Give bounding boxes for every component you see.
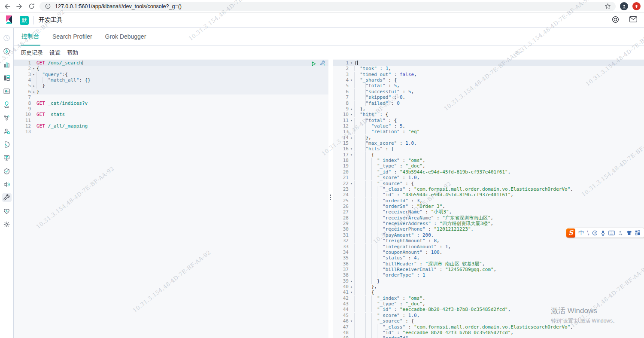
refresh-icon[interactable] bbox=[27, 3, 35, 10]
fold-gutter bbox=[349, 66, 354, 71]
code-line: 22▾ "_source" : { bbox=[333, 181, 644, 186]
tab-grok-debugger[interactable]: Grok Debugger bbox=[104, 28, 147, 46]
response-viewer[interactable]: 1▾{2 "took" : 1,3 "timed_out" : false,4▾… bbox=[333, 59, 644, 338]
machine-learning-icon[interactable] bbox=[2, 113, 12, 122]
fold-toggle-icon[interactable]: ▾ bbox=[349, 181, 354, 186]
uptime-icon[interactable] bbox=[2, 167, 12, 175]
toolbox-grid-icon[interactable] bbox=[635, 230, 640, 235]
line-number: 31 bbox=[333, 232, 349, 238]
code-line: 12GET /_all/_mapping bbox=[14, 123, 328, 129]
request-editor[interactable]: 1GET /oms/_search2▾{3▾ "query":{4 "match… bbox=[14, 59, 328, 338]
forward-icon[interactable] bbox=[15, 3, 23, 10]
soft-keyboard-icon[interactable] bbox=[608, 231, 615, 235]
maps-icon[interactable] bbox=[2, 100, 12, 109]
code-line: 16▾ "hits" : [ bbox=[333, 146, 644, 152]
send-request-icon[interactable] bbox=[311, 61, 316, 68]
resizer-grip-icon[interactable] bbox=[330, 195, 331, 200]
microphone-icon[interactable] bbox=[601, 230, 605, 236]
apm-icon[interactable] bbox=[2, 180, 12, 189]
kibana-header: 默 开发工具 bbox=[0, 13, 644, 28]
kibana-logo[interactable] bbox=[5, 15, 14, 26]
emoji-icon[interactable] bbox=[592, 230, 598, 236]
fold-toggle-icon[interactable]: ▴ bbox=[349, 284, 354, 289]
fold-toggle-icon[interactable]: ▾ bbox=[349, 146, 354, 152]
fold-toggle-icon[interactable]: ▴ bbox=[349, 106, 354, 112]
left-editor-lines: 1GET /oms/_search2▾{3▾ "query":{4 "match… bbox=[14, 60, 328, 135]
fold-toggle-icon[interactable]: ▾ bbox=[349, 60, 354, 66]
code-line: 35 "status" : 4, bbox=[333, 255, 644, 261]
text-cursor bbox=[357, 61, 358, 65]
tab-search-profiler[interactable]: Search Profiler bbox=[52, 28, 93, 46]
skin-tshirt-icon[interactable] bbox=[626, 230, 632, 235]
fold-gutter bbox=[349, 94, 354, 100]
space-badge[interactable]: 默 bbox=[20, 16, 29, 25]
tab-console[interactable]: 控制台 bbox=[21, 28, 40, 46]
fold-toggle-icon[interactable]: ▾ bbox=[349, 318, 354, 324]
line-number: 7 bbox=[333, 94, 349, 100]
line-number: 18 bbox=[333, 158, 349, 163]
visualize-icon[interactable] bbox=[2, 60, 12, 69]
right-editor-lines: 1▾{2 "took" : 1,3 "timed_out" : false,4▾… bbox=[333, 60, 644, 338]
line-number: 33 bbox=[333, 244, 349, 250]
stack-monitoring-icon[interactable] bbox=[2, 207, 12, 215]
infrastructure-icon[interactable] bbox=[2, 153, 12, 162]
line-number: 48 bbox=[333, 330, 349, 335]
code-line: 12 "value" : 5, bbox=[333, 123, 644, 129]
panel-resizer[interactable] bbox=[328, 59, 333, 338]
profile-avatar-icon[interactable] bbox=[620, 2, 628, 10]
url-bar[interactable]: 127.0.0.1:5601/app/kibana#/dev_tools/con… bbox=[39, 2, 616, 11]
punctuation-mode-icon[interactable]: ’, bbox=[587, 230, 589, 236]
fold-toggle-icon[interactable]: ▾ bbox=[349, 118, 354, 123]
settings-menu[interactable]: 设置 bbox=[49, 49, 61, 57]
browser-update-icon[interactable] bbox=[632, 2, 641, 10]
line-number: 5 bbox=[14, 83, 31, 88]
fold-toggle-icon[interactable]: ▴ bbox=[31, 83, 36, 88]
fold-toggle-icon[interactable]: ▴ bbox=[349, 135, 354, 140]
code-line: 14▴ }, bbox=[333, 135, 644, 140]
help-menu[interactable]: 帮助 bbox=[67, 49, 78, 57]
fold-gutter bbox=[349, 100, 354, 106]
line-number: 3 bbox=[14, 72, 31, 77]
management-icon[interactable] bbox=[2, 220, 12, 228]
recently-viewed-icon[interactable] bbox=[2, 33, 12, 42]
fold-toggle-icon[interactable]: ▾ bbox=[31, 66, 36, 71]
bookmark-star-icon[interactable] bbox=[604, 3, 611, 10]
line-number: 20 bbox=[333, 169, 349, 175]
line-number: 24 bbox=[333, 192, 349, 198]
fold-gutter bbox=[349, 215, 354, 221]
sogou-ime-bar[interactable]: S 中 ’, bbox=[568, 228, 644, 238]
code-line: 10GET _stats bbox=[14, 112, 328, 117]
code-line: 27 "receiverName" : "小明3", bbox=[333, 209, 644, 215]
handwriting-person-icon[interactable] bbox=[618, 230, 623, 236]
fold-toggle-icon[interactable]: ▴ bbox=[349, 278, 354, 284]
graph-explore-icon[interactable] bbox=[2, 127, 12, 135]
dev-tools-icon[interactable] bbox=[2, 193, 12, 202]
graph-icon[interactable] bbox=[2, 140, 12, 149]
code-line: 13 bbox=[14, 129, 328, 134]
back-icon[interactable] bbox=[3, 3, 11, 10]
fold-toggle-icon[interactable]: ▾ bbox=[349, 77, 354, 83]
history-menu[interactable]: 历史记录 bbox=[21, 49, 43, 57]
chinese-mode-icon[interactable]: 中 bbox=[578, 229, 584, 237]
newsfeed-icon[interactable] bbox=[629, 16, 637, 24]
fold-gutter bbox=[349, 307, 354, 312]
discover-icon[interactable] bbox=[2, 47, 12, 55]
line-number: 7 bbox=[14, 94, 31, 100]
fold-gutter bbox=[31, 60, 36, 66]
line-number: 36 bbox=[333, 261, 349, 267]
info-icon[interactable] bbox=[44, 3, 52, 10]
request-options-wrench-icon[interactable] bbox=[320, 61, 326, 68]
dashboard-icon[interactable] bbox=[2, 73, 12, 82]
help-icon[interactable] bbox=[612, 16, 619, 25]
fold-toggle-icon[interactable]: ▾ bbox=[349, 152, 354, 158]
sogou-logo-icon[interactable]: S bbox=[566, 228, 575, 238]
line-number: 40 bbox=[333, 284, 349, 289]
fold-toggle-icon[interactable]: ▾ bbox=[349, 112, 354, 117]
fold-toggle-icon[interactable]: ▴ bbox=[31, 89, 36, 94]
code-line: 5 "total" : 5, bbox=[333, 83, 644, 88]
canvas-icon[interactable] bbox=[2, 87, 12, 95]
fold-toggle-icon[interactable]: ▾ bbox=[349, 289, 354, 295]
code-line: 4 "match_all": {} bbox=[14, 77, 328, 83]
fold-toggle-icon[interactable]: ▾ bbox=[31, 72, 36, 77]
line-number: 12 bbox=[333, 123, 349, 129]
